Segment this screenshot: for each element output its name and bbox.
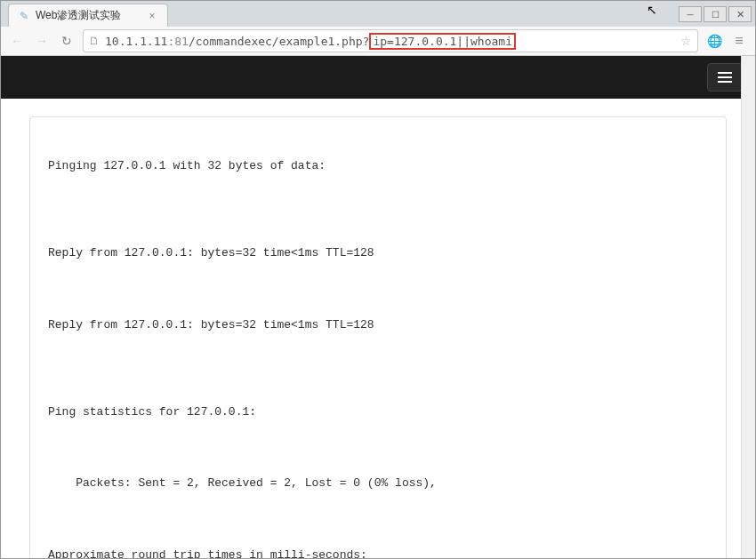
vertical-scrollbar[interactable] — [741, 56, 755, 558]
url-input[interactable]: 🗋 10.1.1.11:81/commandexec/example1.php?… — [83, 29, 698, 52]
output-line: Reply from 127.0.0.1: bytes=32 time<1ms … — [48, 316, 708, 335]
tab-title: Web渗透测试实验 — [36, 8, 141, 23]
output-line: Ping statistics for 127.0.0.1: — [48, 403, 708, 422]
hamburger-icon — [718, 72, 732, 83]
globe-icon[interactable]: 🌐 — [705, 32, 723, 50]
url-host: 10.1.1.11 — [105, 35, 167, 48]
output-line: Reply from 127.0.0.1: bytes=32 time<1ms … — [48, 244, 708, 263]
output-line: Packets: Sent = 2, Received = 2, Lost = … — [48, 475, 708, 493]
command-output: Pinging 127.0.0.1 with 32 bytes of data:… — [29, 116, 727, 558]
output-line: Pinging 127.0.0.1 with 32 bytes of data: — [48, 157, 708, 176]
close-button[interactable]: ✕ — [728, 6, 752, 22]
address-bar: ← → ↻ 🗋 10.1.1.11:81/commandexec/example… — [1, 26, 755, 56]
page-menu-button[interactable] — [707, 63, 743, 92]
page-icon: 🗋 — [89, 35, 100, 47]
page-viewport: Pinging 127.0.0.1 with 32 bytes of data:… — [1, 56, 755, 558]
minimize-button[interactable]: ─ — [679, 6, 702, 22]
browser-tab[interactable]: ✎ Web渗透测试实验 × — [8, 4, 168, 27]
tab-strip: ✎ Web渗透测试实验 × ↖ ─ ☐ ✕ — [1, 1, 755, 26]
url-path: /commandexec/example1.php — [189, 35, 363, 48]
cursor-icon: ↖ — [647, 3, 657, 17]
maximize-button[interactable]: ☐ — [704, 6, 727, 22]
output-line: Approximate round trip times in milli-se… — [48, 547, 708, 558]
url-port: :81 — [167, 35, 188, 48]
browser-menu-icon[interactable]: ≡ — [730, 32, 748, 50]
browser-window: ✎ Web渗透测试实验 × ↖ ─ ☐ ✕ ← → ↻ 🗋 10.1.1.11:… — [0, 0, 756, 559]
url-query-highlight: ip=127.0.0.1||whoami — [369, 33, 516, 50]
tab-close-icon[interactable]: × — [146, 10, 158, 22]
forward-button[interactable]: → — [33, 32, 51, 50]
url-qmark: ? — [363, 35, 370, 48]
reload-button[interactable]: ↻ — [58, 32, 76, 50]
pencil-icon: ✎ — [18, 10, 30, 22]
bookmark-star-icon[interactable]: ☆ — [680, 34, 692, 48]
url-text: 10.1.1.11:81/commandexec/example1.php?ip… — [105, 33, 675, 50]
back-button[interactable]: ← — [8, 32, 26, 50]
page-header — [1, 56, 755, 99]
page-content: Pinging 127.0.0.1 with 32 bytes of data:… — [1, 99, 755, 558]
